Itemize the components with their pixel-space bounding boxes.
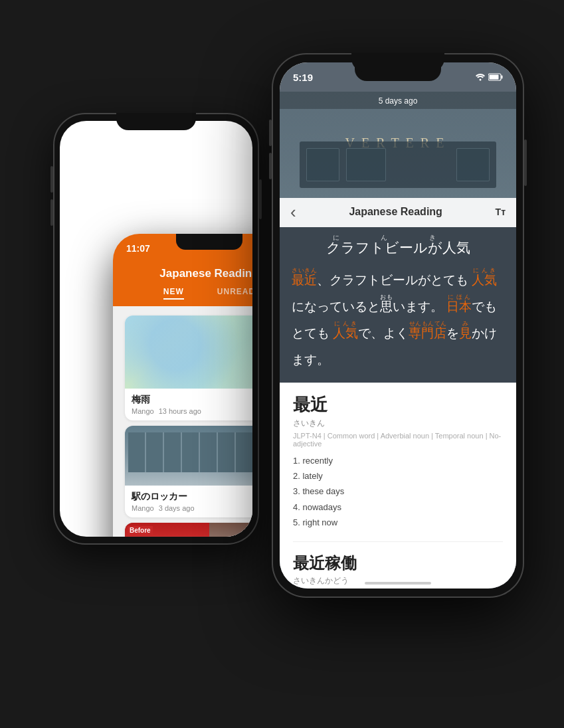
back-header-title: Japanese Reading (159, 267, 252, 280)
notch-back (116, 113, 196, 130)
article-card-1[interactable]: 梅雨 Mango 13 hours ago (125, 316, 252, 420)
volume-down-front[interactable] (269, 153, 272, 179)
svg-rect-2 (502, 76, 503, 79)
article-title-2: 駅のロッカー (132, 491, 252, 503)
battery-icon (488, 73, 503, 81)
article-meta-2: Mango 3 days ago (132, 504, 252, 512)
headline-ruby: クラフトビールがにんき人気 (326, 240, 470, 255)
dict-word-1: 最近 (293, 393, 503, 416)
font-size-button[interactable]: Tт (496, 207, 506, 217)
front-status-time: 5:19 (293, 72, 313, 83)
article-meta-1: Mango 13 hours ago (132, 407, 252, 415)
volume-up-back[interactable] (50, 166, 53, 193)
article-title-1: 梅雨 (132, 394, 252, 406)
front-header-title: Japanese Reading (349, 206, 442, 218)
volume-up-front[interactable] (269, 120, 272, 146)
word-mi[interactable]: 見み (459, 326, 472, 340)
phone-back: 11:07 Japanese Reading NEW UNREAD 梅雨 (53, 113, 259, 545)
screen-front: 5:19 (280, 62, 516, 589)
word-senmonten[interactable]: 専門店せんもんてん (409, 326, 446, 340)
notch-front (351, 53, 444, 72)
dictionary-panel: 最近 さいきん JLPT-N4 | Common word | Adverbia… (280, 383, 516, 589)
article-body: クラフトビールがにんき人気 最近さいきん、クラフトビールがとても 人気にんき に… (280, 227, 516, 383)
dict-reading-1: さいきん (293, 418, 503, 429)
word-omou[interactable]: 思おも (380, 300, 393, 314)
svg-rect-3 (490, 75, 499, 80)
article-timestamp: 5 days ago (280, 92, 516, 109)
article-img-lockers (125, 426, 252, 486)
tab-new[interactable]: NEW (163, 287, 184, 300)
wifi-icon (475, 73, 486, 81)
power-button-back[interactable] (259, 179, 262, 219)
word-ninki1[interactable]: 人気にんき (472, 273, 497, 287)
tab-unread[interactable]: UNREAD (217, 287, 252, 300)
word-saikin[interactable]: 最近さいきん (292, 273, 317, 287)
word-ninki2[interactable]: 人気にんき (333, 326, 358, 340)
back-status-time: 11:07 (126, 243, 150, 254)
home-indicator (365, 582, 431, 585)
article-img-animals (125, 523, 252, 537)
word-nihon[interactable]: 日本にほん (446, 300, 472, 314)
dict-definitions-1: 1. recently 2. lately 3. these days 4. n… (293, 453, 503, 531)
dict-tags-1: JLPT-N4 | Common word | Adverbial noun |… (293, 432, 503, 448)
article-card-2[interactable]: 駅のロッカー Mango 3 days ago (125, 426, 252, 517)
article-card-3[interactable]: 衣がえ Mango 3 days ago (125, 523, 252, 537)
volume-down-back[interactable] (50, 199, 53, 226)
back-button[interactable]: ‹ (290, 203, 296, 221)
phone-front: 5:19 (272, 53, 524, 598)
svg-point-0 (480, 79, 482, 81)
dict-entry-1: 最近 さいきん JLPT-N4 | Common word | Adverbia… (293, 393, 503, 542)
power-button-front[interactable] (524, 139, 527, 186)
article-img-hydrangea (125, 316, 252, 389)
screen-back: 11:07 Japanese Reading NEW UNREAD 梅雨 (60, 121, 252, 537)
dict-word-2: 最近稼働 (293, 553, 503, 574)
